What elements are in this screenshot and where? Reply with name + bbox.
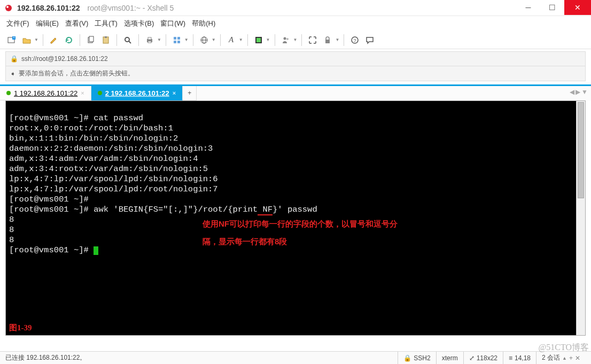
window-title-secondary: root@vms001:~ - Xshell 5	[88, 4, 174, 12]
dropdown-icon[interactable]: ▼	[157, 37, 161, 42]
menu-view[interactable]: 查看(V)	[65, 19, 88, 28]
titlebar: 192.168.26.101:22 root@vms001:~ - Xshell…	[0, 0, 591, 16]
tab-bar: 1 192.168.26.101:22 × 2 192.168.26.101:2…	[0, 84, 591, 100]
address-text: ssh://root@192.168.26.101:22	[21, 55, 108, 63]
print-icon[interactable]	[143, 34, 156, 47]
status-proto: 🔒SSH2	[398, 352, 436, 364]
svg-rect-16	[174, 41, 176, 43]
search-icon[interactable]	[121, 34, 134, 47]
menu-help[interactable]: 帮助(H)	[192, 19, 215, 28]
session-tab-1[interactable]: 1 192.168.26.101:22 ×	[0, 86, 91, 100]
help-icon[interactable]: ?	[348, 34, 361, 47]
dropdown-icon[interactable]: ▼	[239, 37, 243, 42]
terminal-container: [root@vms001 ~]# cat passwd root:x,0:0:r…	[5, 100, 586, 336]
svg-point-24	[286, 38, 289, 40]
terminal-line: lp:x,4:7:lp:/var/spool/lpd:/root/nologin…	[9, 184, 218, 194]
arrow-icon[interactable]: ➧	[10, 70, 15, 78]
terminal-line: bin,x:1:1:bin:/bin:/sbin/nologin:2	[9, 134, 178, 143]
terminal-line: [root@vms001 ~]#	[9, 245, 98, 255]
svg-rect-17	[177, 41, 180, 43]
terminal-line: 8	[9, 215, 14, 224]
menu-tools[interactable]: 工具(T)	[95, 19, 118, 28]
dropdown-icon[interactable]: ▼	[266, 37, 270, 42]
terminal-line: adm,x:3:4:rootx:/var/adm:/sbin/nologin:5	[9, 164, 208, 174]
svg-rect-22	[256, 38, 261, 42]
svg-rect-13	[148, 41, 151, 43]
menu-bar: 文件(F) 编辑(E) 查看(V) 工具(T) 选项卡(B) 窗口(W) 帮助(…	[0, 16, 591, 31]
close-small-icon[interactable]: ✕	[575, 354, 580, 362]
window-controls: ─ ☐ ✕	[516, 0, 591, 16]
maximize-button[interactable]: ☐	[540, 0, 564, 15]
paste-icon[interactable]	[99, 34, 112, 47]
new-session-icon[interactable]: +	[5, 34, 18, 47]
tab-close-icon[interactable]: ×	[81, 90, 84, 96]
terminal-line: [root@vms001 ~]#	[9, 195, 89, 204]
font-icon[interactable]: A	[225, 34, 238, 47]
svg-text:?: ?	[354, 38, 356, 43]
status-connected: 已连接 192.168.26.101:22。	[5, 353, 86, 362]
dropdown-icon[interactable]: ▼	[184, 37, 189, 42]
toolbar: + ▼ ▼ ▼ ▼ A ▼ ▼ ▼ ▼ ?	[0, 31, 591, 49]
resize-icon: ⤢	[469, 354, 475, 362]
annotation-line-2: 隔，显示每一行都有8段	[203, 234, 287, 250]
status-sessions: 2 会话 ▲ + ✕	[536, 352, 586, 364]
tab-menu-icon[interactable]: ▼	[581, 88, 588, 96]
svg-rect-25	[325, 40, 330, 43]
fullscreen-icon[interactable]	[306, 34, 319, 47]
terminal-line: root:x,0:0:root:/root:/bin/bash:1	[9, 123, 173, 133]
app-icon	[4, 4, 13, 12]
add-tab-button[interactable]: +	[183, 86, 197, 100]
terminal[interactable]: [root@vms001 ~]# cat passwd root:x,0:0:r…	[6, 101, 576, 335]
menu-file[interactable]: 文件(F)	[6, 19, 29, 28]
position-icon: ≡	[509, 354, 512, 362]
globe-icon[interactable]	[198, 34, 211, 47]
chat-icon[interactable]	[363, 34, 376, 47]
terminal-line: 8	[9, 225, 14, 235]
close-button[interactable]: ✕	[564, 0, 591, 15]
window-title-primary: 192.168.26.101:22	[17, 4, 80, 12]
chevron-up-icon[interactable]: ▲	[562, 355, 567, 361]
dropdown-icon[interactable]: ▼	[293, 37, 298, 42]
cursor-icon	[94, 246, 98, 255]
reconnect-icon[interactable]	[63, 34, 75, 47]
edit-icon[interactable]	[48, 34, 60, 47]
menu-edit[interactable]: 编辑(E)	[36, 19, 59, 28]
annotation-line-1: 使用NF可以打印每一行的字段的个数，以冒号和逗号分	[203, 216, 398, 232]
open-session-icon[interactable]	[20, 34, 33, 47]
svg-rect-15	[177, 37, 180, 40]
menu-window[interactable]: 窗口(W)	[160, 19, 185, 28]
svg-point-1	[6, 6, 9, 8]
copy-icon[interactable]	[84, 34, 97, 47]
hint-text: 要添加当前会话，点击左侧的箭头按钮。	[19, 69, 134, 78]
terminal-line: lp:x,4:7:lp:/var/spool/lpd:/sbin/nologin…	[9, 174, 218, 184]
status-bar: 已连接 192.168.26.101:22。 🔒SSH2 xterm ⤢118x…	[0, 351, 591, 364]
tab-prev-icon[interactable]: ◀	[570, 88, 574, 96]
hint-bar: ➧ 要添加当前会话，点击左侧的箭头按钮。	[5, 66, 586, 81]
address-bar[interactable]: 🔒 ssh://root@192.168.26.101:22	[5, 51, 586, 66]
status-dot-icon	[98, 91, 102, 95]
dropdown-icon[interactable]: ▼	[335, 37, 339, 42]
terminal-line: adm,x:3:4:adm:/var/adm:/sbin/nologin:4	[9, 154, 198, 164]
minimize-button[interactable]: ─	[516, 0, 540, 15]
session-tab-2[interactable]: 2 192.168.26.101:22 ×	[91, 86, 183, 100]
tab-next-icon[interactable]: ▶	[576, 88, 580, 96]
color-icon[interactable]	[252, 34, 265, 47]
users-icon[interactable]	[279, 34, 292, 47]
properties-icon[interactable]	[170, 34, 183, 47]
svg-rect-12	[148, 37, 151, 40]
figure-label: 图1-39	[9, 323, 32, 333]
lock-icon[interactable]	[321, 34, 334, 47]
dropdown-icon[interactable]: ▼	[212, 37, 216, 42]
svg-text:+: +	[13, 36, 15, 40]
tab-close-icon[interactable]: ×	[173, 90, 176, 96]
svg-line-10	[129, 41, 131, 43]
svg-rect-6	[89, 36, 94, 42]
terminal-scrollbar[interactable]	[576, 101, 585, 335]
status-term: xterm	[436, 352, 463, 364]
plus-icon[interactable]: +	[569, 354, 573, 362]
menu-tab[interactable]: 选项卡(B)	[124, 19, 154, 28]
scrollbar-thumb[interactable]	[578, 102, 584, 198]
dropdown-icon[interactable]: ▼	[34, 37, 38, 42]
status-dot-icon	[6, 91, 11, 95]
svg-point-9	[125, 37, 129, 42]
